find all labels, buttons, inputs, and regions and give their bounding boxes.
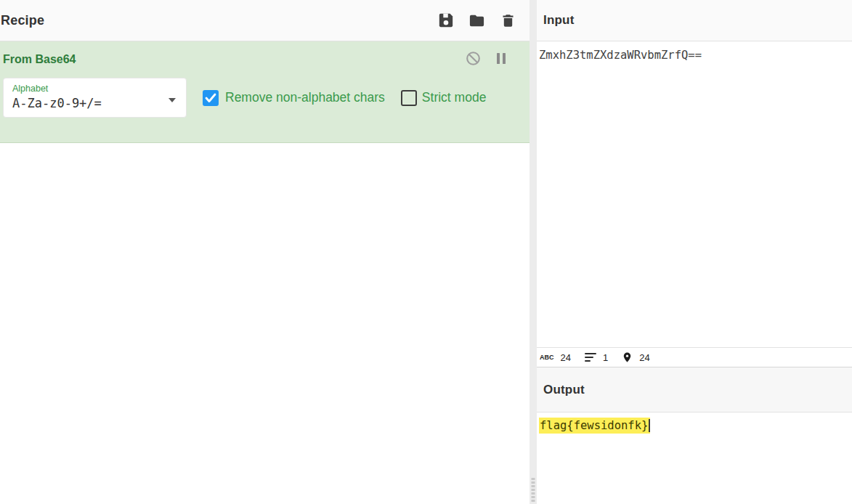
strict-mode-label: Strict mode [422,90,487,105]
gutter-drag-handle-icon[interactable] [532,478,535,502]
breakpoint-pause-button[interactable] [493,52,509,68]
recipe-title: Recipe [0,13,44,28]
save-icon [438,12,454,28]
operation-title: From Base64 [3,53,76,66]
output-header: Output [537,367,852,412]
strict-mode-checkbox[interactable]: Strict mode [401,90,487,106]
input-textarea[interactable]: ZmxhZ3tmZXdzaWRvbmZrfQ== [537,41,852,347]
output-area[interactable]: flag{fewsidonfk} [537,412,852,504]
pause-icon [495,52,507,67]
save-recipe-button[interactable] [437,12,454,29]
remove-non-alphabet-checkbox[interactable]: Remove non-alphabet chars [203,90,385,106]
operation-controls [465,52,522,68]
alphabet-label: Alphabet [12,84,177,94]
chevron-down-icon [169,98,176,102]
circle-slash-icon [466,51,481,68]
input-status-bar: ABC 24 1 24 [537,347,852,367]
text-cursor [649,419,650,432]
recipe-header: Recipe [0,0,530,41]
operation-title-row: From Base64 [3,52,522,68]
recipe-drop-area[interactable] [0,143,530,504]
clear-recipe-button[interactable] [500,12,516,29]
char-count-item: ABC 24 [540,352,571,363]
operation-ingredients: Alphabet A-Za-z0-9+/= Remove non-alphabe… [3,78,522,118]
cursor-position-value: 24 [639,352,649,363]
recipe-toolbar [437,12,530,29]
highlighted-output-text: flag{fewsidonfk} [539,418,648,434]
trash-icon [500,12,516,28]
remove-non-alphabet-label: Remove non-alphabet chars [225,90,385,105]
cyberchef-app: Recipe [0,0,852,504]
location-pin-icon [622,351,633,363]
disable-operation-button[interactable] [465,52,481,68]
output-title: Output [543,383,585,397]
abc-icon: ABC [540,354,554,361]
operation-from-base64[interactable]: From Base64 [0,41,530,143]
line-count-value: 1 [603,352,608,363]
alphabet-select[interactable]: Alphabet A-Za-z0-9+/= [3,78,187,118]
checkbox-checked-icon [203,90,219,106]
cursor-position-item: 24 [622,351,649,363]
line-count-item: 1 [585,352,608,363]
lines-icon [585,353,596,362]
char-count-value: 24 [561,352,571,363]
panel-resize-gutter[interactable] [530,0,537,504]
folder-icon [468,12,485,29]
alphabet-value: A-Za-z0-9+/= [12,96,177,110]
load-recipe-button[interactable] [468,12,485,29]
checkbox-unchecked-icon [401,90,417,106]
input-header: Input [537,0,852,41]
output-caret-wrap [648,418,650,434]
recipe-panel: Recipe [0,0,530,504]
io-panel: Input ZmxhZ3tmZXdzaWRvbmZrfQ== ABC 24 1 … [537,0,852,504]
input-title: Input [543,13,575,28]
